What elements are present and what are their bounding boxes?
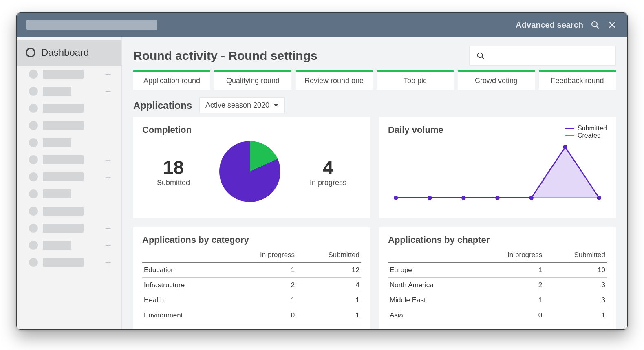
by-category-card: Applications by category In progress Sub… [133,227,370,329]
sidebar-item[interactable] [17,117,121,134]
sidebar-item-label: Dashboard [41,47,89,58]
plus-icon[interactable]: + [104,70,112,79]
by-chapter-card: Applications by chapter In progress Subm… [379,227,616,329]
legend-created: Created [578,132,601,139]
app-window: Advanced search Dashboard +++++++ [16,12,628,330]
table-row: Environment01 [142,308,361,323]
label-placeholder [43,70,84,79]
label-placeholder [43,104,84,113]
sidebar-item[interactable] [17,185,121,203]
plus-icon[interactable]: + [104,241,112,250]
by-chapter-title: Applications by chapter [388,235,607,245]
completion-title: Completion [142,125,361,135]
completion-card: Completion 18 Submitted 4 In progress [133,117,370,218]
svg-point-10 [495,196,500,200]
sidebar-item[interactable]: + [17,66,121,83]
sidebar: Dashboard +++++++ [17,37,122,329]
search-input[interactable] [469,46,616,66]
dot-icon [29,172,38,181]
main-content: Round activity - Round settings Applicat… [122,37,627,329]
by-category-title: Applications by category [142,235,361,245]
dot-icon [29,104,38,113]
label-placeholder [43,207,84,216]
label-placeholder [43,138,71,147]
sidebar-item[interactable]: + [17,168,121,185]
plus-icon[interactable]: + [104,172,112,181]
legend-submitted: Submitted [578,125,607,132]
table-row: Asia01 [388,308,607,323]
svg-line-1 [596,26,598,28]
dot-icon [29,258,38,267]
sidebar-item[interactable] [17,100,121,117]
by-category-table: In progress Submitted Education112Infras… [142,249,361,323]
svg-point-9 [461,196,466,200]
svg-point-11 [529,196,534,200]
plus-icon[interactable]: + [104,258,112,267]
season-selector[interactable]: Active season 2020 [199,97,285,113]
completion-submitted-label: Submitted [157,178,190,187]
tab[interactable]: Feedback round [539,70,616,90]
dot-icon [29,70,38,79]
tab[interactable]: Application round [133,70,210,90]
svg-line-5 [482,57,483,59]
dot-icon [29,155,38,164]
sidebar-item[interactable] [17,203,121,220]
plus-icon[interactable]: + [104,87,112,96]
completion-submitted-count: 18 [157,156,190,178]
caret-down-icon [273,104,278,107]
svg-point-7 [394,196,398,200]
completion-inprogress-stat: 4 In progress [310,156,346,187]
applications-heading: Applications [133,100,192,111]
completion-inprogress-count: 4 [310,156,346,178]
tab[interactable]: Review round one [296,70,373,90]
daily-volume-card: Daily volume Submitted Created [379,117,616,218]
logo-placeholder [26,20,157,30]
sidebar-item[interactable]: + [17,254,121,271]
tab[interactable]: Qualifying round [214,70,291,90]
close-icon[interactable] [607,20,618,30]
dot-icon [29,189,38,198]
col-submitted: Submitted [544,249,607,263]
tab[interactable]: Top pic [377,70,454,90]
table-row: Education112 [142,263,361,278]
circle-icon [26,48,35,57]
daily-volume-title: Daily volume [388,125,565,135]
label-placeholder [43,121,84,130]
dot-icon [29,224,38,233]
table-row: Middle East13 [388,293,607,308]
sidebar-item[interactable]: + [17,83,121,100]
season-selector-label: Active season 2020 [205,101,269,110]
sidebar-item[interactable] [17,134,121,151]
topbar: Advanced search [17,13,627,37]
sidebar-item[interactable]: + [17,151,121,168]
search-icon [476,51,485,60]
label-placeholder [43,172,84,181]
svg-point-13 [597,196,602,200]
sidebar-item-dashboard[interactable]: Dashboard [17,40,121,66]
tab[interactable]: Crowd voting [458,70,535,90]
dot-icon [29,241,38,250]
completion-pie-chart [219,141,280,202]
plus-icon[interactable]: + [104,224,112,233]
col-submitted: Submitted [296,249,361,263]
svg-point-8 [428,196,432,200]
by-chapter-table: In progress Submitted Europe110North Ame… [388,249,607,323]
search-icon[interactable] [590,20,600,30]
advanced-search-link[interactable]: Advanced search [516,20,583,30]
round-tabs: Application roundQualifying roundReview … [133,70,616,90]
sidebar-item[interactable]: + [17,220,121,237]
completion-submitted-stat: 18 Submitted [157,156,190,187]
plus-icon[interactable]: + [104,155,112,164]
svg-point-12 [563,145,567,150]
sidebar-item[interactable]: + [17,237,121,254]
table-row: Infrastructure24 [142,278,361,293]
daily-volume-chart [388,139,607,209]
table-row: Europe110 [388,263,607,278]
dot-icon [29,121,38,130]
daily-volume-legend: Submitted Created [565,125,607,139]
dot-icon [29,207,38,216]
col-inprogress: In progress [474,249,544,263]
label-placeholder [43,224,84,233]
label-placeholder [43,241,71,250]
dot-icon [29,87,38,96]
